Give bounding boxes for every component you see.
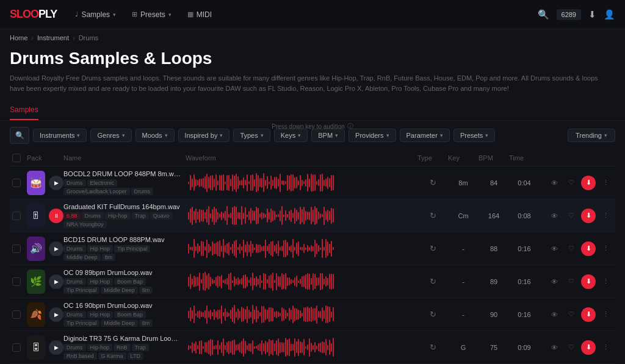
- search-icon[interactable]: 🔍: [538, 9, 549, 20]
- waveform-bar: [252, 244, 253, 253]
- more-button[interactable]: ⋮: [598, 274, 613, 289]
- preview-button[interactable]: 👁: [547, 274, 562, 289]
- waveform[interactable]: [186, 337, 417, 359]
- table-row: 🍂 ▶ OC 16 90bpm DrumLoop.wav DrumsHip Ho…: [10, 298, 615, 331]
- like-button[interactable]: ♡: [564, 176, 579, 190]
- preview-button[interactable]: 👁: [547, 307, 562, 322]
- nav-presets[interactable]: ⊞ Presets ▾: [126, 8, 178, 21]
- breadcrumb-instrument[interactable]: Instrument: [37, 34, 69, 41]
- pack-thumbnail[interactable]: 🍂: [27, 302, 45, 327]
- preview-button[interactable]: 👁: [547, 176, 562, 190]
- filter-types[interactable]: Types ▾: [233, 129, 270, 142]
- pack-thumbnail[interactable]: 🥁: [27, 171, 45, 195]
- waveform-bar: [298, 180, 299, 185]
- nav-samples[interactable]: ♩ Samples ▾: [69, 8, 122, 21]
- like-button[interactable]: ♡: [564, 340, 579, 355]
- pack-thumbnail[interactable]: 🎚: [27, 204, 45, 228]
- like-button[interactable]: ♡: [564, 241, 579, 256]
- like-button[interactable]: ♡: [564, 307, 579, 322]
- waveform-bar: [311, 245, 312, 252]
- tab-samples[interactable]: Samples: [10, 101, 38, 120]
- row-checkbox[interactable]: [12, 244, 21, 253]
- waveform-bar: [281, 342, 283, 352]
- preview-button[interactable]: 👁: [547, 241, 562, 256]
- filter-inspired-by[interactable]: Inspired by ▾: [178, 129, 230, 142]
- filter-providers[interactable]: Providers ▾: [349, 129, 396, 142]
- play-button[interactable]: ⏸: [49, 209, 63, 223]
- waveform[interactable]: [186, 271, 417, 293]
- more-button[interactable]: ⋮: [598, 176, 613, 190]
- waveform-bar: [300, 175, 301, 190]
- waveform-bar: [270, 307, 272, 321]
- play-button[interactable]: ▶: [49, 340, 63, 355]
- waveform-bar: [280, 313, 281, 316]
- row-checkbox[interactable]: [12, 212, 21, 220]
- header-bpm: BPM: [479, 154, 509, 162]
- header-pack: Pack: [27, 154, 63, 162]
- like-button[interactable]: ♡: [564, 209, 579, 223]
- logo[interactable]: SLOOPLY: [10, 8, 57, 21]
- user-icon[interactable]: 👤: [604, 9, 615, 20]
- waveform-bar: [263, 173, 264, 192]
- more-button[interactable]: ⋮: [598, 307, 613, 322]
- waveform-bar: [300, 247, 301, 250]
- row-checkbox[interactable]: [12, 277, 21, 286]
- waveform-bar: [204, 176, 206, 189]
- pack-thumbnail[interactable]: 🎛: [27, 335, 45, 360]
- waveform[interactable]: [186, 205, 417, 227]
- play-button[interactable]: ▶: [49, 176, 63, 190]
- waveform-bar: [287, 214, 288, 218]
- nav-midi[interactable]: ▦ MIDI: [181, 8, 218, 21]
- waveform-bar: [263, 273, 264, 290]
- sort-button[interactable]: Trending ▾: [568, 129, 615, 142]
- filter-bpm[interactable]: BPM ▾: [311, 129, 345, 142]
- download-button[interactable]: ⬇: [581, 176, 596, 190]
- download-icon[interactable]: ⬇: [588, 9, 596, 20]
- track-name: BOCDL2 DRUM LOOP 848PM 8m.wav: [63, 170, 181, 177]
- waveform[interactable]: [186, 172, 417, 194]
- row-checkbox[interactable]: [12, 343, 21, 352]
- waveform-bar: [296, 177, 297, 188]
- waveform[interactable]: [186, 238, 417, 260]
- search-filter-button[interactable]: 🔍: [10, 127, 29, 144]
- waveform-bar: [247, 174, 248, 191]
- like-button[interactable]: ♡: [564, 274, 579, 289]
- time-value: 0:16: [509, 245, 540, 252]
- more-button[interactable]: ⋮: [598, 340, 613, 355]
- filter-genres[interactable]: Genres ▾: [90, 129, 131, 142]
- preview-button[interactable]: 👁: [547, 340, 562, 355]
- filter-keys[interactable]: Keys ▾: [274, 129, 308, 142]
- play-button[interactable]: ▶: [49, 274, 63, 289]
- breadcrumb-current: Drums: [79, 34, 98, 41]
- more-button[interactable]: ⋮: [598, 209, 613, 223]
- filter-presets[interactable]: Presets ▾: [453, 129, 495, 142]
- waveform-bar: [248, 343, 250, 351]
- waveform-bar: [258, 310, 259, 319]
- waveform[interactable]: [186, 304, 417, 326]
- chevron-down-icon: ▾: [604, 132, 607, 138]
- waveform-bar: [302, 247, 303, 251]
- preview-button[interactable]: 👁: [547, 209, 562, 223]
- download-button[interactable]: ⬇: [581, 340, 596, 355]
- filter-moods[interactable]: Moods ▾: [135, 129, 175, 142]
- more-button[interactable]: ⋮: [598, 241, 613, 256]
- download-button[interactable]: ⬇: [581, 307, 596, 322]
- table-row: 🎛 ▶ Diginoiz TR3 75 G Karma Drum Loop.wa…: [10, 331, 615, 364]
- track-tags: DrumsHip-hopRnBTrapRnB basedG KarmaLTD: [63, 344, 181, 360]
- play-button[interactable]: ▶: [49, 307, 63, 322]
- download-button[interactable]: ⬇: [581, 241, 596, 256]
- pack-thumbnail[interactable]: 🌿: [27, 269, 45, 294]
- row-checkbox[interactable]: [12, 310, 21, 319]
- breadcrumb-home[interactable]: Home: [10, 34, 27, 41]
- waveform-bar: [243, 213, 244, 219]
- download-button[interactable]: ⬇: [581, 274, 596, 289]
- pack-thumbnail[interactable]: 🔊: [27, 237, 45, 261]
- play-button[interactable]: ▶: [49, 241, 63, 256]
- select-all-checkbox[interactable]: [12, 154, 21, 162]
- header: SLOOPLY ♩ Samples ▾ ⊞ Presets ▾ ▦ MIDI 🔍…: [0, 0, 625, 29]
- filter-parameter[interactable]: Parameter ▾: [400, 129, 450, 142]
- waveform-bar: [276, 215, 277, 217]
- download-button[interactable]: ⬇: [581, 209, 596, 223]
- row-checkbox[interactable]: [12, 179, 21, 187]
- filter-instruments[interactable]: Instruments ▾: [33, 129, 87, 142]
